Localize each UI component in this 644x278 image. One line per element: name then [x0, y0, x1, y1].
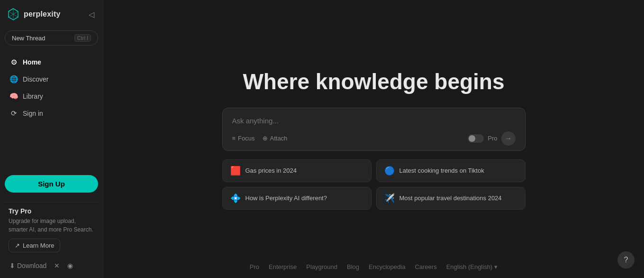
suggestion-travel-icon: ✈️ [384, 193, 395, 204]
logo-area: perplexity [7, 8, 61, 21]
learn-more-label: Learn More [23, 242, 54, 249]
nav-discover[interactable]: 🌐 Discover [5, 71, 98, 87]
suggestion-perplexity[interactable]: 💠 How is Perplexity AI different? [222, 187, 372, 210]
sign-up-button[interactable]: Sign Up [5, 175, 98, 193]
new-thread-shortcut: Ctrl I [74, 34, 91, 42]
search-box: ≡ Focus ⊕ Attach Pro → [222, 108, 526, 151]
discord-icon: ◉ [67, 262, 73, 269]
focus-label: Focus [238, 135, 254, 142]
search-input[interactable] [232, 117, 516, 125]
perplexity-logo-icon [7, 8, 20, 21]
try-pro-section: Try Pro Upgrade for image upload, smarte… [5, 202, 98, 257]
learn-more-arrow-icon: ↗ [15, 242, 20, 249]
suggestion-cooking[interactable]: 🔵 Latest cooking trends on Tiktok [376, 159, 526, 182]
submit-icon: → [505, 134, 512, 143]
main-footer: Pro Enterprise Playground Blog Encyclope… [250, 263, 498, 270]
pro-label: Pro [488, 135, 497, 142]
download-button[interactable]: ⬇ Download [9, 261, 47, 270]
suggestion-travel-text: Most popular travel destinations 2024 [399, 195, 502, 202]
nav-signin[interactable]: ⟳ Sign in [5, 105, 98, 121]
collapse-sidebar-button[interactable]: ◁ [87, 9, 96, 20]
collapse-icon: ◁ [89, 10, 94, 19]
sidebar: perplexity ◁ New Thread Ctrl I ⊙ Home 🌐 … [0, 0, 103, 278]
suggestion-travel[interactable]: ✈️ Most popular travel destinations 2024 [376, 187, 526, 210]
learn-more-button[interactable]: ↗ Learn More [9, 239, 60, 252]
discord-icon-button[interactable]: ◉ [66, 261, 74, 270]
search-toolbar: ≡ Focus ⊕ Attach Pro → [232, 131, 516, 146]
nav-discover-label: Discover [23, 75, 48, 83]
suggestion-perplexity-icon: 💠 [230, 193, 241, 204]
footer-link-language[interactable]: English (English) ▾ [446, 263, 498, 270]
new-thread-label: New Thread [12, 35, 45, 42]
nav-library[interactable]: 🧠 Library [5, 88, 98, 104]
footer-link-pro[interactable]: Pro [250, 263, 259, 270]
suggestion-cooking-text: Latest cooking trends on Tiktok [399, 167, 484, 174]
chevron-down-icon: ▾ [494, 263, 498, 270]
help-icon: ? [624, 256, 628, 264]
footer-link-enterprise[interactable]: Enterprise [269, 263, 297, 270]
footer-link-playground[interactable]: Playground [306, 263, 337, 270]
footer-link-blog[interactable]: Blog [347, 263, 359, 270]
toggle-knob [469, 135, 475, 142]
sidebar-footer: ⬇ Download ✕ ◉ [5, 257, 98, 272]
main-content: Where knowledge begins ≡ Focus ⊕ Attach … [103, 0, 644, 278]
download-icon: ⬇ [9, 262, 15, 269]
footer-language-label: English (English) [446, 263, 493, 270]
new-thread-button[interactable]: New Thread Ctrl I [5, 30, 98, 46]
suggestion-gas[interactable]: 🟥 Gas prices in 2024 [222, 159, 372, 182]
page-title: Where knowledge begins [243, 69, 504, 94]
focus-icon: ≡ [232, 135, 236, 142]
attach-icon: ⊕ [263, 135, 268, 142]
nav-signin-label: Sign in [23, 110, 43, 117]
download-label: Download [17, 262, 46, 269]
pro-toggle-area: Pro → [468, 131, 515, 146]
sidebar-header: perplexity ◁ [5, 6, 98, 23]
suggestion-perplexity-text: How is Perplexity AI different? [245, 195, 327, 202]
suggestion-cooking-icon: 🔵 [384, 166, 395, 176]
footer-link-careers[interactable]: Careers [415, 263, 436, 270]
attach-button[interactable]: ⊕ Attach [263, 135, 288, 142]
help-button[interactable]: ? [617, 251, 635, 269]
nav-home[interactable]: ⊙ Home [5, 54, 98, 70]
search-submit-button[interactable]: → [501, 131, 516, 146]
twitter-icon: ✕ [54, 262, 60, 269]
logo-text: perplexity [24, 10, 61, 19]
pro-toggle-switch[interactable] [468, 134, 484, 143]
nav-library-label: Library [23, 93, 43, 100]
suggestion-gas-icon: 🟥 [230, 166, 241, 176]
try-pro-description: Upgrade for image upload, smarter AI, an… [9, 217, 94, 234]
attach-label: Attach [270, 135, 288, 142]
suggestions-grid: 🟥 Gas prices in 2024 🔵 Latest cooking tr… [222, 159, 526, 210]
signin-icon: ⟳ [9, 109, 18, 118]
twitter-icon-button[interactable]: ✕ [53, 261, 61, 270]
footer-link-encyclopedia[interactable]: Encyclopedia [369, 263, 405, 270]
home-icon: ⊙ [9, 58, 18, 66]
discover-icon: 🌐 [9, 75, 18, 83]
focus-button[interactable]: ≡ Focus [232, 135, 255, 142]
suggestion-gas-text: Gas prices in 2024 [245, 167, 297, 174]
library-icon: 🧠 [9, 92, 18, 101]
nav-home-label: Home [23, 58, 41, 66]
try-pro-title: Try Pro [9, 207, 94, 215]
